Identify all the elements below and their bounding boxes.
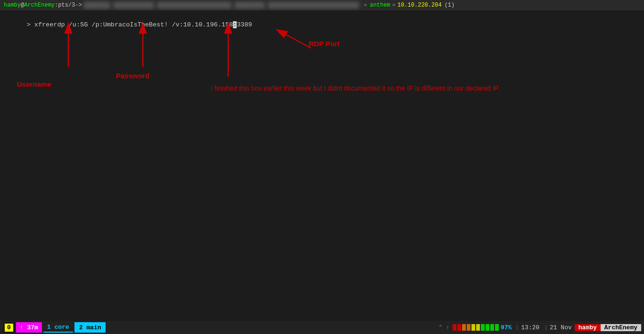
prompt-user: hamby — [4, 2, 21, 8]
terminal-body[interactable]: > xfreerdp /u:SG /p:UmbracoIsTheBest! /v… — [0, 10, 644, 321]
battery-seg-1 — [453, 324, 456, 331]
battery-seg-9 — [490, 324, 494, 331]
cmd-port: 3389 — [237, 21, 252, 28]
sb-battery — [453, 324, 499, 331]
cmd-text: xfreerdp /u:SG /p:UmbracoIsTheBest! /v:1… — [34, 21, 233, 28]
battery-seg-7 — [481, 324, 485, 331]
terminal-topbar: hamby@ArchEnemy:pts/3-> » anthem » 10.10… — [0, 0, 644, 10]
sb-hostname: ArchEnemy — [601, 324, 641, 331]
sb-zero-item: 0 — [3, 322, 15, 333]
sb-battery-pct: 97% — [501, 324, 512, 331]
battery-seg-8 — [486, 324, 489, 331]
annotations-overlay — [0, 10, 644, 321]
battery-seg-5 — [471, 324, 475, 331]
statusbar: 0 ↑ 37m 1 core 2 main ⌃ ↑ — [0, 321, 644, 334]
sb-zero-box: 0 — [5, 324, 13, 332]
nav-ip: 10.10.220.204 — [397, 2, 442, 8]
sb-sep-1: | — [515, 324, 519, 331]
battery-seg-10 — [495, 324, 499, 331]
blurred-item-3 — [157, 2, 231, 8]
prompt-host: ArchEnemy — [24, 2, 55, 8]
sb-cores[interactable]: 1 core — [43, 322, 73, 333]
sb-sep-2: | — [544, 324, 548, 331]
username-annotation: Username — [17, 80, 51, 88]
battery-seg-4 — [467, 324, 471, 331]
cmd-prompt-symbol: > — [27, 21, 34, 28]
sb-timer: ↑ 37m — [16, 322, 42, 333]
sb-mouse-indicator: ⌃ ↑ — [438, 324, 449, 331]
password-annotation: Password — [116, 72, 149, 80]
battery-seg-6 — [476, 324, 480, 331]
cmd-cursor: : — [233, 21, 237, 28]
battery-seg-3 — [462, 324, 466, 331]
blurred-item-1 — [83, 2, 111, 8]
blurred-item-2 — [113, 2, 154, 8]
arrow-sep: » — [363, 2, 367, 8]
arrow-sep2: » — [392, 2, 396, 8]
terminal-window: hamby@ArchEnemy:pts/3-> » anthem » 10.10… — [0, 0, 644, 334]
command-line: > xfreerdp /u:SG /p:UmbracoIsTheBest! /v… — [4, 14, 640, 35]
sb-date: 21 Nov — [550, 324, 572, 331]
sb-workspace[interactable]: 2 main — [74, 322, 106, 333]
sb-username: hamby — [575, 324, 601, 331]
sb-clock: 13:20 — [521, 324, 539, 331]
blurred-item-5 — [268, 2, 359, 8]
rdp-port-annotation: RDP Port — [309, 40, 340, 48]
prompt-pts: pts/3 — [58, 2, 75, 8]
blurred-item-4 — [234, 2, 265, 8]
nav-anthem: anthem — [370, 2, 390, 8]
battery-seg-2 — [457, 324, 461, 331]
note-annotation: I finished this box earlier this week bu… — [211, 84, 500, 93]
nav-num: (1) — [445, 2, 455, 8]
